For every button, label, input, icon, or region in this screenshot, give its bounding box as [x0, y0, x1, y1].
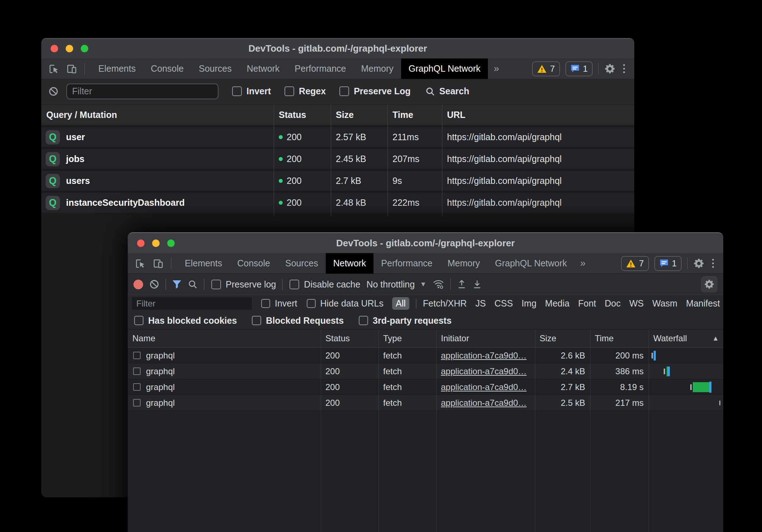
zoom-button[interactable] [81, 45, 88, 52]
col-size[interactable]: Size [331, 110, 387, 120]
table-row[interactable]: Qjobs 200 2.45 kB 207ms https://gitlab.c… [41, 149, 634, 169]
col-query-mutation[interactable]: Query / Mutation [41, 110, 274, 120]
title-bar[interactable]: DevTools - gitlab.com/-/graphql-explorer [41, 39, 634, 58]
col-status[interactable]: Status [274, 110, 331, 120]
settings-gear-icon[interactable] [693, 258, 705, 269]
warnings-badge[interactable]: 7 [621, 256, 649, 271]
record-button[interactable] [133, 280, 143, 289]
tab-performance[interactable]: Performance [373, 253, 440, 274]
initiator-link[interactable]: application-a7ca9d0… [436, 366, 535, 376]
type-filter-media[interactable]: Media [545, 298, 569, 309]
blocked-requests-checkbox[interactable]: Blocked Requests [252, 315, 344, 326]
table-row[interactable]: graphql 200 fetch application-a7ca9d0… 2… [128, 364, 723, 379]
inspect-element-icon[interactable] [135, 258, 146, 269]
network-settings-button[interactable] [701, 276, 718, 293]
tab-memory[interactable]: Memory [440, 253, 487, 274]
title-bar[interactable]: DevTools - gitlab.com/-/graphql-explorer [128, 233, 723, 253]
col-url[interactable]: URL [442, 110, 634, 120]
disable-cache-checkbox[interactable]: Disable cache [290, 279, 360, 290]
column-divider[interactable] [442, 104, 442, 216]
hide-data-urls-checkbox[interactable]: Hide data URLs [307, 298, 384, 309]
type-filter-font[interactable]: Font [578, 298, 596, 309]
waterfall-cell[interactable] [649, 379, 723, 395]
column-divider[interactable] [321, 329, 321, 532]
col-initiator[interactable]: Initiator [436, 333, 535, 343]
minimize-button[interactable] [152, 239, 160, 247]
settings-gear-icon[interactable] [604, 63, 616, 75]
col-name[interactable]: Name [128, 333, 321, 343]
table-row[interactable]: graphql 200 fetch application-a7ca9d0… 2… [128, 348, 723, 364]
table-row[interactable]: graphql 200 fetch application-a7ca9d0… 2… [128, 395, 723, 411]
column-divider[interactable] [436, 329, 437, 532]
initiator-link[interactable]: application-a7ca9d0… [436, 351, 535, 361]
import-har-icon[interactable] [457, 279, 466, 289]
clear-icon[interactable] [48, 86, 58, 96]
col-waterfall[interactable]: Waterfall ▲ [649, 333, 723, 343]
row-checkbox[interactable] [133, 367, 141, 375]
column-divider[interactable] [535, 329, 535, 532]
row-checkbox[interactable] [133, 352, 141, 359]
invert-checkbox[interactable]: Invert [261, 298, 297, 309]
type-filter-all[interactable]: All [392, 297, 409, 310]
type-filter-ws[interactable]: WS [629, 298, 644, 309]
warnings-badge[interactable]: 7 [532, 61, 560, 76]
tab-elements[interactable]: Elements [91, 58, 143, 79]
waterfall-cell[interactable] [649, 348, 723, 363]
invert-checkbox[interactable]: Invert [232, 86, 271, 96]
close-button[interactable] [137, 239, 145, 247]
tab-sources[interactable]: Sources [278, 253, 326, 274]
more-tabs-button[interactable]: » [488, 58, 505, 79]
column-divider[interactable] [649, 329, 649, 532]
type-filter-fetch-xhr[interactable]: Fetch/XHR [423, 298, 467, 309]
table-row[interactable]: QinstanceSecurityDashboard 200 2.48 kB 2… [41, 193, 634, 213]
col-type[interactable]: Type [378, 333, 436, 343]
throttling-dropdown[interactable]: No throttling ▼ [366, 279, 427, 290]
col-time[interactable]: Time [387, 110, 442, 120]
network-conditions-icon[interactable] [433, 279, 444, 289]
more-options-icon[interactable] [621, 64, 627, 73]
type-filter-doc[interactable]: Doc [605, 298, 620, 309]
clear-icon[interactable] [149, 279, 159, 289]
initiator-link[interactable]: application-a7ca9d0… [436, 398, 535, 408]
more-options-icon[interactable] [710, 259, 716, 268]
device-toolbar-icon[interactable] [66, 63, 77, 74]
preserve-log-checkbox[interactable]: Preserve Log [339, 86, 410, 96]
initiator-link[interactable]: application-a7ca9d0… [436, 382, 535, 392]
more-tabs-button[interactable]: » [574, 253, 591, 274]
type-filter-wasm[interactable]: Wasm [652, 298, 677, 309]
tab-network[interactable]: Network [326, 253, 374, 274]
issues-badge[interactable]: 1 [565, 61, 593, 76]
tab-memory[interactable]: Memory [353, 58, 401, 79]
type-filter-img[interactable]: Img [522, 298, 537, 309]
column-divider[interactable] [590, 329, 591, 532]
column-divider[interactable] [387, 104, 388, 216]
tab-graphql-network[interactable]: GraphQL Network [488, 253, 575, 274]
table-row[interactable]: graphql 200 fetch application-a7ca9d0… 2… [128, 379, 723, 395]
device-toolbar-icon[interactable] [153, 258, 164, 269]
third-party-requests-checkbox[interactable]: 3rd-party requests [359, 315, 452, 326]
table-row[interactable]: Qusers 200 2.7 kB 9s https://gitlab.com/… [41, 171, 634, 191]
waterfall-cell[interactable] [649, 395, 723, 410]
filter-funnel-icon[interactable] [172, 280, 182, 289]
minimize-button[interactable] [66, 45, 73, 52]
export-har-icon[interactable] [472, 279, 482, 289]
tab-performance[interactable]: Performance [287, 58, 353, 79]
col-time[interactable]: Time [590, 333, 649, 343]
filter-input[interactable] [132, 297, 252, 310]
preserve-log-checkbox[interactable]: Preserve log [211, 279, 276, 290]
type-filter-css[interactable]: CSS [494, 298, 513, 309]
tab-console[interactable]: Console [230, 253, 278, 274]
inspect-element-icon[interactable] [48, 63, 59, 74]
search-icon[interactable] [188, 279, 198, 289]
tab-sources[interactable]: Sources [191, 58, 239, 79]
has-blocked-cookies-checkbox[interactable]: Has blocked cookies [134, 315, 237, 326]
row-checkbox[interactable] [133, 399, 141, 407]
table-row[interactable]: Quser 200 2.57 kB 211ms https://gitlab.c… [41, 127, 634, 147]
tab-network[interactable]: Network [239, 58, 287, 79]
issues-badge[interactable]: 1 [654, 256, 682, 271]
column-divider[interactable] [378, 329, 379, 532]
col-size[interactable]: Size [535, 333, 590, 343]
tab-console[interactable]: Console [143, 58, 191, 79]
close-button[interactable] [51, 45, 58, 52]
waterfall-cell[interactable] [649, 364, 723, 379]
